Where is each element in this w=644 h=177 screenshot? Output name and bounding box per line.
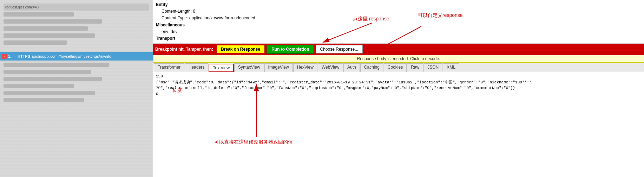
entity-section: Entity Content-Length: 0 Content-Type: a… <box>153 0 644 44</box>
choose-response-button[interactable]: Choose Response... <box>316 45 363 53</box>
response-content[interactable]: 158 {"msg":"请求成功","code":0,"data":{"id":… <box>153 72 644 177</box>
protocol-label: HTTPS <box>18 54 30 58</box>
breakpoint-toolbar: Breakpoint hit. Tamper, then: Break on R… <box>153 44 644 55</box>
tab-raw[interactable]: Raw <box>407 63 423 72</box>
url-bar[interactable]: request.qiss.com:443 <box>4 4 149 11</box>
misc-label: Miscellaneous <box>156 23 185 27</box>
tab-headers[interactable]: Headers <box>185 63 208 72</box>
request-url: api.houpix.com //mysettings/mysettings/m… <box>32 54 111 58</box>
tab-json[interactable]: JSON <box>423 63 442 72</box>
tab-imageview[interactable]: ImageView <box>264 63 293 72</box>
tab-bar: Transformer Headers TextView SyntaxView … <box>153 63 644 72</box>
tab-xml[interactable]: XML <box>443 63 459 72</box>
content-line-3: 70","real_name":null,"is_delete":"0","fo… <box>156 85 641 91</box>
break-response-button[interactable]: Break on Response <box>216 45 265 54</box>
tab-textview[interactable]: TextView <box>209 64 234 72</box>
tab-webview[interactable]: WebView <box>318 63 343 72</box>
tab-hexview[interactable]: HexView <box>293 63 317 72</box>
browser-panel: request.qiss.com:443 ! 1... - HTTPS api.… <box>0 0 153 177</box>
content-line-1: 158 <box>156 74 641 80</box>
line4-text: 0 <box>156 92 158 96</box>
row-dash: - <box>15 54 16 58</box>
env-value: env: dev <box>162 29 177 34</box>
content-line-2: {"msg":"请求成功","code":0,"data":{"id":"349… <box>156 80 641 86</box>
content-line-4: 0 <box>156 91 641 97</box>
info-bar-text: Response body is encoded. Click to decod… <box>357 56 440 61</box>
line1-text: 158 <box>156 74 163 78</box>
content-length: Content-Length: 0 <box>162 9 195 14</box>
line2-text: {"msg":"请求成功","code":0,"data":{"id":"349… <box>156 80 531 84</box>
tab-auth[interactable]: Auth <box>343 63 360 72</box>
request-number: 1... <box>8 54 13 58</box>
content-type: Content-Type: application/x-www-form-url… <box>162 15 255 20</box>
inspector-panel: Entity Content-Length: 0 Content-Type: a… <box>153 0 644 177</box>
transport-label: Transport <box>156 36 175 41</box>
run-completion-button[interactable]: Run to Completion <box>267 45 314 54</box>
line3-text: 70","real_name":null,"is_delete":"0","fo… <box>156 86 515 90</box>
info-bar[interactable]: Response body is encoded. Click to decod… <box>153 55 644 63</box>
tab-caching[interactable]: Caching <box>360 63 383 72</box>
breakpoint-label: Breakpoint hit. Tamper, then: <box>155 47 213 52</box>
url-text: request.qiss.com:443 <box>5 5 39 9</box>
entity-label: Entity <box>156 2 167 7</box>
tab-transformer[interactable]: Transformer <box>154 63 184 72</box>
tab-syntaxview[interactable]: SyntaxView <box>234 63 264 72</box>
tab-cookies[interactable]: Cookies <box>384 63 407 72</box>
request-icon: ! <box>2 54 7 59</box>
browser-request-row[interactable]: ! 1... - HTTPS api.houpix.com //mysettin… <box>0 52 153 61</box>
